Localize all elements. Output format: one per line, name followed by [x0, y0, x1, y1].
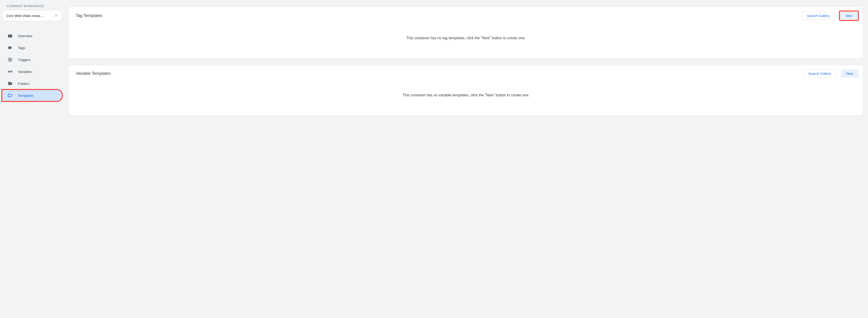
sidebar-item-label: Templates [18, 94, 33, 98]
svg-rect-4 [11, 71, 12, 72]
main-content: Tag Templates Search Gallery New This co… [64, 0, 868, 318]
sidebar-item-triggers[interactable]: Triggers [2, 54, 62, 65]
sidebar-item-label: Triggers [18, 58, 30, 62]
panel-title: Tag Templates [76, 13, 102, 18]
panel-header: Variable Templates Search Gallery New [69, 65, 863, 79]
tags-icon [7, 45, 13, 50]
search-gallery-button[interactable]: Search Gallery [803, 70, 836, 77]
new-tag-template-button[interactable]: New [840, 12, 858, 20]
sidebar-nav: Overview Tags Triggers Variables [2, 30, 62, 101]
tag-templates-panel: Tag Templates Search Gallery New This co… [69, 7, 863, 59]
panel-title: Variable Templates [76, 71, 111, 76]
sidebar-item-folders[interactable]: Folders [2, 78, 62, 89]
sidebar-item-variables[interactable]: Variables [2, 66, 62, 77]
svg-rect-2 [8, 71, 9, 72]
sidebar-item-label: Variables [18, 70, 32, 74]
empty-state-message: This container has no variable templates… [69, 79, 863, 106]
panel-header: Tag Templates Search Gallery New [69, 7, 863, 22]
variables-icon [7, 69, 13, 74]
sidebar-item-label: Overview [18, 34, 32, 38]
sidebar-item-templates[interactable]: Templates [2, 90, 62, 101]
new-variable-template-button[interactable]: New [841, 70, 858, 77]
panel-actions: Search Gallery New [802, 11, 858, 21]
panel-actions: Search Gallery New [803, 70, 858, 77]
workspace-selector[interactable]: Core Web Vitals meas… [2, 10, 62, 21]
search-gallery-button[interactable]: Search Gallery [802, 12, 835, 20]
sidebar-item-tags[interactable]: Tags [2, 42, 62, 53]
sidebar-item-overview[interactable]: Overview [2, 30, 62, 41]
chevron-right-icon [54, 13, 58, 17]
templates-icon [7, 93, 13, 98]
sidebar: CURRENT WORKSPACE Core Web Vitals meas… … [0, 0, 64, 318]
variable-templates-panel: Variable Templates Search Gallery New Th… [69, 65, 863, 116]
sidebar-item-label: Tags [18, 46, 25, 50]
workspace-name: Core Web Vitals meas… [6, 14, 44, 17]
workspace-heading: CURRENT WORKSPACE [2, 5, 62, 10]
overview-icon [7, 33, 13, 39]
svg-point-1 [9, 59, 11, 60]
svg-rect-3 [10, 71, 11, 72]
folders-icon [7, 81, 13, 86]
new-button-highlight: New [839, 11, 858, 21]
sidebar-item-label: Folders [18, 82, 29, 85]
triggers-icon [7, 57, 13, 62]
empty-state-message: This container has no tag templates, cli… [69, 22, 863, 49]
